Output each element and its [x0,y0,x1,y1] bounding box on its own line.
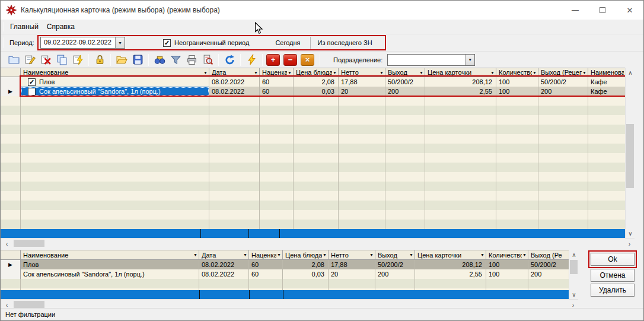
cell-name[interactable]: Сок апельсиновый "Sandora", 1л (порц.) [21,269,199,279]
preview-button[interactable] [200,53,215,67]
column-filter-icon[interactable]: ▼ [533,71,537,75]
cell-card-price[interactable]: 208,12 [425,77,496,87]
refresh-button[interactable] [222,53,237,67]
column-header-markup[interactable]: Наценка▼ [249,250,283,259]
column-header-net[interactable]: Нетто▼ [339,68,385,77]
checkbox-checked-icon[interactable]: ✓ [163,39,171,47]
cell-net[interactable]: 17,88 [329,260,375,269]
chevron-down-icon[interactable]: ▼ [115,37,125,48]
today-button[interactable]: Сегодня [275,39,300,46]
cell-net[interactable]: 20 [339,87,385,96]
cell-yield[interactable]: 50/200/2 [385,77,425,87]
cell-card-price[interactable]: 2,55 [425,87,496,96]
column-header-name[interactable]: Наименование▼ [21,68,209,77]
column-filter-icon[interactable]: ▼ [333,71,337,75]
column-header-net[interactable]: Нетто▼ [329,250,375,259]
column-header-markup[interactable]: Наценка▼ [260,68,294,77]
column-filter-icon[interactable]: ▼ [582,71,586,75]
cell-yield-recipe[interactable]: 200 [538,87,588,96]
cell-card-price[interactable]: 2,55 [415,269,486,279]
add-row-button[interactable]: + [266,54,280,66]
column-filter-icon[interactable]: ▼ [323,253,327,257]
column-filter-icon[interactable]: ▼ [480,253,484,257]
column-header-yield-recipe[interactable]: Выход (Ре [528,250,569,259]
cell-dish-price[interactable]: 0,03 [283,269,329,279]
unlimited-period-checkbox[interactable]: ✓ Неограниченный период [163,39,249,47]
execute-button[interactable] [244,53,259,67]
column-filter-icon[interactable]: ▼ [243,253,247,257]
open-button[interactable] [114,53,129,67]
vertical-scrollbar[interactable]: ∧ ∨ [625,68,635,238]
scroll-right-icon[interactable]: › [624,239,635,249]
modify-button[interactable] [71,53,85,67]
column-filter-icon[interactable]: ▼ [288,71,292,75]
cell-dish-price[interactable]: 0,03 [294,87,339,96]
column-filter-icon[interactable]: ▼ [193,253,197,257]
column-header-date[interactable]: Дата▼ [199,250,249,259]
cell-yield-recipe[interactable]: 50/200/2 [528,260,569,269]
column-header-date[interactable]: Дата▼ [209,68,260,77]
scrollbar-thumb[interactable] [626,124,634,188]
cell-yield[interactable]: 200 [385,87,425,96]
column-filter-icon[interactable]: ▼ [203,71,208,75]
filter-button[interactable] [168,53,183,67]
cancel-button[interactable]: Отмена [591,269,635,282]
cell-qty[interactable]: 100 [486,260,528,269]
close-row-button[interactable]: × [301,54,314,66]
cell-dept[interactable]: Кафе [588,77,625,87]
period-range-select[interactable]: 09.02.2022-09.02.2022 ▼ [40,37,125,49]
lock-button[interactable] [93,53,107,67]
cell-name[interactable]: ✓Сок апельсиновый "Sandora", 1л (порц.) [21,87,209,96]
cell-dish-price[interactable]: 2,08 [283,260,329,269]
column-header-qty[interactable]: Количество блю▼ [486,250,528,259]
edit-button[interactable] [23,53,37,67]
scroll-down-icon[interactable]: ∨ [569,290,579,299]
column-filter-icon[interactable]: ▼ [380,71,384,75]
copy-button[interactable] [55,53,69,67]
table-row-selected[interactable]: ▶ Плов 08.02.2022 60 2,08 17,88 50/200/2… [1,260,569,269]
chevron-down-icon[interactable]: ▼ [465,55,474,65]
column-header-dish-price[interactable]: Цена блюда▼ [283,250,329,259]
cell-date[interactable]: 08.02.2022 [199,260,249,269]
cell-yield-recipe[interactable]: 50/200/2 [538,77,588,87]
horizontal-scrollbar[interactable]: ‹ › [1,238,635,248]
cell-markup[interactable]: 60 [249,269,283,279]
scroll-down-icon[interactable]: ∨ [626,228,635,238]
column-filter-icon[interactable]: ▼ [277,253,281,257]
column-header-dish-price[interactable]: Цена блюда▼ [294,68,339,77]
cell-qty[interactable]: 100 [496,87,538,96]
scrollbar-thumb[interactable] [14,301,44,308]
find-button[interactable] [152,53,167,67]
scrollbar-thumb[interactable] [570,260,578,274]
table-row[interactable]: ✓Плов 08.02.2022 60 2,08 17,88 50/200/2 … [1,77,625,87]
table-row-selected[interactable]: ▶ ✓Сок апельсиновый "Sandora", 1л (порц.… [1,87,625,96]
column-filter-icon[interactable]: ▼ [369,253,374,257]
cell-yield[interactable]: 50/200/2 [375,260,415,269]
cell-markup[interactable]: 60 [260,77,294,87]
column-filter-icon[interactable]: ▼ [409,253,413,257]
cell-name[interactable]: ✓Плов [21,77,209,87]
row-checkbox[interactable]: ✓ [28,78,36,86]
cell-markup[interactable]: 60 [249,260,283,269]
cell-dish-price[interactable]: 2,08 [294,77,339,87]
column-header-qty[interactable]: Количество блю▼ [496,68,538,77]
cell-date[interactable]: 08.02.2022 [209,77,260,87]
from-last-zn-button[interactable]: Из последнего ЗН [318,39,372,46]
cell-date[interactable]: 08.02.2022 [199,269,249,279]
column-header-yield[interactable]: Выход▼ [385,68,425,77]
column-filter-icon[interactable]: ▼ [419,71,423,75]
cell-qty[interactable]: 100 [496,77,538,87]
cell-date[interactable]: 08.02.2022 [209,87,260,96]
scroll-left-icon[interactable]: ‹ [2,239,12,249]
cell-yield-recipe[interactable]: 200 [528,269,569,279]
column-header-yield[interactable]: Выход▼ [375,250,415,259]
column-filter-icon[interactable]: ▼ [522,253,527,257]
maximize-button[interactable] [589,1,616,20]
column-header-card-price[interactable]: Цена карточки▼ [425,68,496,77]
table-row[interactable]: Сок апельсиновый "Sandora", 1л (порц.) 0… [1,269,569,279]
cell-name[interactable]: Плов [21,260,199,269]
column-header-name[interactable]: Наименование▼ [21,250,199,259]
column-header-yield-recipe[interactable]: Выход (Рецепт▼ [538,68,588,77]
column-filter-icon[interactable]: ▼ [490,71,495,75]
close-button[interactable]: ✕ [616,1,643,20]
